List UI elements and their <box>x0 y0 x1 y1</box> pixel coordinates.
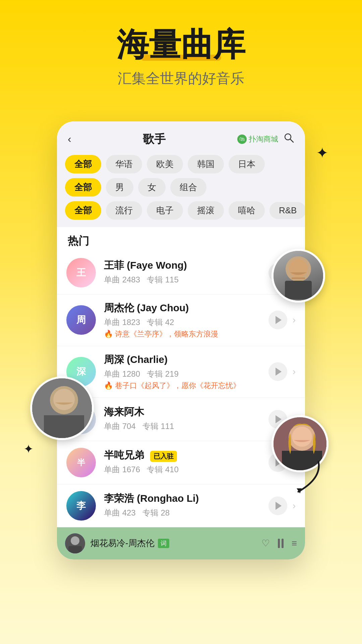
artist-controls-jay: › <box>268 311 296 329</box>
filter-row-genre: 全部 流行 电子 摇滚 嘻哈 R&B <box>65 201 297 220</box>
artist-hot-charlie: 🔥 巷子口《起风了》，愿你《花开忘忧》 <box>104 381 268 391</box>
artist-item-charlie: 深 周深 (Charlie) 单曲 1280 专辑 219 🔥 巷子口《起风了》… <box>57 346 305 398</box>
play-button-jay[interactable] <box>268 311 287 329</box>
filter-chip-all-1[interactable]: 全部 <box>65 155 101 173</box>
shop-icon: 🛍 <box>237 135 247 144</box>
filter-chip-group[interactable]: 组合 <box>170 178 206 197</box>
now-playing-info: 烟花易冷-周杰伦 词 <box>90 537 256 549</box>
floating-avatar-2 <box>30 376 94 440</box>
filter-chip-hiphop[interactable]: 嘻哈 <box>229 201 265 220</box>
shop-label: 扑淘商城 <box>249 134 278 144</box>
now-playing-avatar <box>65 533 85 553</box>
svg-line-14 <box>290 139 293 142</box>
filter-chip-chinese[interactable]: 华语 <box>106 155 142 173</box>
svg-point-16 <box>71 536 79 545</box>
artist-info-jay: 周杰伦 (Jay Chou) 单曲 1823 专辑 42 🔥 诗意《兰亭序》，领… <box>104 301 268 339</box>
playlist-button[interactable]: ≡ <box>292 538 297 549</box>
artist-avatar-jay: 周 <box>66 305 96 335</box>
now-playing-badge: 词 <box>158 539 169 548</box>
phone-mockup: ‹ 歌手 🛍 扑淘商城 全部 华语 欧美 <box>57 121 305 559</box>
artist-controls-charlie: › <box>268 362 296 381</box>
artist-avatar-li: 李 <box>66 491 96 521</box>
artist-info-faye: 王菲 (Faye Wong) 单曲 2483 专辑 115 <box>104 259 268 286</box>
star-decoration-1: ✦ <box>316 144 328 161</box>
artist-name-bantun: 半吨兄弟 已入驻 <box>104 448 268 462</box>
subtitle: 汇集全世界的好音乐 <box>0 69 362 88</box>
artist-item-li: 李 李荣浩 (Ronghao Li) 单曲 423 专辑 28 › <box>57 484 305 527</box>
app-title-label: 歌手 <box>143 131 166 147</box>
filter-chip-female[interactable]: 女 <box>138 178 166 197</box>
back-button[interactable]: ‹ <box>68 133 71 145</box>
now-playing-title: 烟花易冷-周杰伦 <box>90 537 155 549</box>
artist-item-faye: 王 王菲 (Faye Wong) 单曲 2483 专辑 115 › <box>57 251 305 294</box>
artist-info-bantun: 半吨兄弟 已入驻 单曲 1676 专辑 410 <box>104 448 268 476</box>
artist-item-bantun: 半 半吨兄弟 已入驻 单曲 1676 专辑 410 › <box>57 441 305 484</box>
artist-name-hailai: 海来阿木 <box>104 405 268 419</box>
svg-point-12 <box>292 427 312 447</box>
svg-rect-2 <box>285 281 312 299</box>
svg-rect-4 <box>292 277 305 279</box>
artist-stats-hailai: 单曲 704 专辑 111 <box>104 421 268 432</box>
filter-row-region: 全部 华语 欧美 韩国 日本 <box>65 155 297 173</box>
play-button-li[interactable] <box>268 496 287 515</box>
header-section: 海量曲库 汇集全世界的好音乐 <box>0 0 362 101</box>
artist-stats-li: 单曲 423 专辑 28 <box>104 507 268 518</box>
svg-point-8 <box>53 389 75 410</box>
artist-avatar-bantun: 半 <box>66 448 96 477</box>
now-playing-controls: ♡ ≡ <box>261 538 297 549</box>
artist-item-hailai: 海 海来阿木 单曲 704 专辑 111 › <box>57 398 305 441</box>
filter-chip-male[interactable]: 男 <box>106 178 133 197</box>
artist-info-hailai: 海来阿木 单曲 704 专辑 111 <box>104 405 268 433</box>
svg-rect-17 <box>68 546 82 553</box>
filter-chip-korean[interactable]: 韩国 <box>188 155 224 173</box>
artist-info-li: 李荣浩 (Ronghao Li) 单曲 423 专辑 28 <box>104 492 268 520</box>
pause-bar-1 <box>278 539 280 548</box>
artist-name-jay: 周杰伦 (Jay Chou) <box>104 301 268 315</box>
artist-name-li: 李荣浩 (Ronghao Li) <box>104 492 268 505</box>
filter-chip-all-2[interactable]: 全部 <box>65 178 101 197</box>
chevron-right-charlie[interactable]: › <box>293 366 296 377</box>
entered-badge: 已入驻 <box>150 451 177 462</box>
heart-button[interactable]: ♡ <box>261 538 270 549</box>
chevron-right-li[interactable]: › <box>293 500 296 511</box>
chevron-right-jay[interactable]: › <box>293 315 296 325</box>
artist-avatar-faye: 王 <box>66 258 96 287</box>
floating-avatar-1 <box>272 249 325 303</box>
svg-point-3 <box>289 259 308 278</box>
app-header: ‹ 歌手 🛍 扑淘商城 <box>57 121 305 152</box>
artist-stats-bantun: 单曲 1676 专辑 410 <box>104 464 268 475</box>
phone-container: ‹ 歌手 🛍 扑淘商城 全部 华语 欧美 <box>57 121 305 559</box>
artist-stats-jay: 单曲 1823 专辑 42 <box>104 317 268 328</box>
artist-list: 王 王菲 (Faye Wong) 单曲 2483 专辑 115 › 周 周杰伦 … <box>57 251 305 527</box>
filter-chip-rock[interactable]: 摇滚 <box>188 201 224 220</box>
arrow-decoration <box>292 458 325 500</box>
now-playing-bar[interactable]: 烟花易冷-周杰伦 词 ♡ ≡ <box>57 527 305 559</box>
artist-name-charlie: 周深 (Charlie) <box>104 353 268 367</box>
filter-chip-rb[interactable]: R&B <box>269 202 305 219</box>
filter-section: 全部 华语 欧美 韩国 日本 全部 男 女 组合 全部 流行 电子 摇滚 嘻哈 … <box>57 152 305 227</box>
artist-stats-faye: 单曲 2483 专辑 115 <box>104 274 268 285</box>
filter-chip-all-3[interactable]: 全部 <box>65 201 101 220</box>
pause-bar-2 <box>282 539 284 548</box>
artist-hot-jay: 🔥 诗意《兰亭序》，领略东方浪漫 <box>104 329 268 339</box>
header-right: 🛍 扑淘商城 <box>237 132 294 146</box>
play-button-charlie[interactable] <box>268 362 287 381</box>
filter-row-gender: 全部 男 女 组合 <box>65 178 297 197</box>
shop-badge[interactable]: 🛍 扑淘商城 <box>237 134 278 144</box>
main-title: 海量曲库 <box>117 27 245 62</box>
section-title-hot: 热门 <box>57 227 305 251</box>
artist-item-jay: 周 周杰伦 (Jay Chou) 单曲 1823 专辑 42 🔥 诗意《兰亭序》… <box>57 294 305 346</box>
filter-chip-western[interactable]: 欧美 <box>147 155 183 173</box>
artist-info-charlie: 周深 (Charlie) 单曲 1280 专辑 219 🔥 巷子口《起风了》，愿… <box>104 353 268 391</box>
search-button[interactable] <box>284 132 294 146</box>
star-decoration-2: ✦ <box>23 442 34 456</box>
filter-chip-japanese[interactable]: 日本 <box>229 155 265 173</box>
filter-chip-pop[interactable]: 流行 <box>106 201 142 220</box>
artist-stats-charlie: 单曲 1280 专辑 219 <box>104 369 268 379</box>
pause-button[interactable] <box>278 539 284 548</box>
artist-name-faye: 王菲 (Faye Wong) <box>104 259 268 272</box>
filter-chip-electronic[interactable]: 电子 <box>147 201 183 220</box>
